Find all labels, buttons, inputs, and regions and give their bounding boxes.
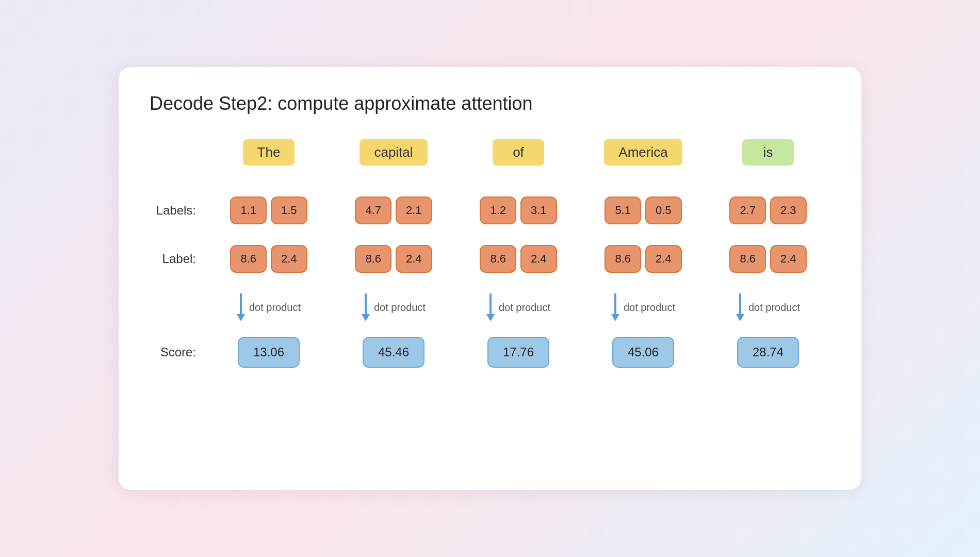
label-row-content: 8.62.48.62.48.62.48.62.48.62.4 bbox=[206, 245, 830, 273]
label-col-4: 8.62.4 bbox=[706, 245, 830, 273]
token-0: The bbox=[243, 139, 295, 166]
token-col-2: of bbox=[456, 139, 581, 166]
diagram: ThecapitalofAmericais Labels: 1.11.54.72… bbox=[150, 139, 830, 368]
dot-product-label-0: dot product bbox=[249, 302, 301, 314]
arrow-icon-0 bbox=[237, 293, 245, 321]
arrow-col-2: dot product bbox=[456, 293, 581, 321]
score-row: Score: 13.0645.4617.7645.0628.74 bbox=[150, 337, 830, 368]
tokens-row: ThecapitalofAmericais bbox=[150, 139, 830, 166]
page-title: Decode Step2: compute approximate attent… bbox=[150, 93, 830, 114]
labels-row-content: 1.11.54.72.11.23.15.10.52.72.3 bbox=[206, 196, 830, 224]
score-box-4: 28.74 bbox=[737, 337, 799, 368]
label-col-0: 8.62.4 bbox=[206, 245, 331, 273]
label-box-0-1: 2.4 bbox=[271, 245, 307, 273]
label-box-3-1: 2.4 bbox=[645, 245, 682, 273]
token-2: of bbox=[493, 139, 544, 166]
score-col-3: 45.06 bbox=[581, 337, 706, 368]
score-row-content: 13.0645.4617.7645.0628.74 bbox=[206, 337, 830, 368]
token-1: capital bbox=[360, 139, 427, 166]
token-4: is bbox=[742, 139, 794, 166]
arrow-row-content: dot productdot productdot productdot pro… bbox=[206, 293, 830, 321]
labels-box-3-1: 0.5 bbox=[645, 196, 682, 224]
labels-box-4-0: 2.7 bbox=[729, 196, 766, 224]
label-row-label: Label: bbox=[150, 252, 206, 266]
label-box-1-0: 8.6 bbox=[355, 245, 391, 273]
label-box-1-1: 2.4 bbox=[396, 245, 432, 273]
score-row-label: Score: bbox=[150, 345, 206, 359]
labels-row-label: Labels: bbox=[150, 203, 206, 218]
token-col-1: capital bbox=[331, 139, 456, 166]
label-box-2-1: 2.4 bbox=[520, 245, 557, 273]
score-col-2: 17.76 bbox=[456, 337, 581, 368]
token-3: America bbox=[604, 139, 682, 166]
score-box-3: 45.06 bbox=[612, 337, 674, 368]
label-box-0-0: 8.6 bbox=[230, 245, 267, 273]
labels-box-1-1: 2.1 bbox=[396, 196, 432, 224]
label-box-2-0: 8.6 bbox=[480, 245, 516, 273]
labels-box-4-1: 2.3 bbox=[770, 196, 807, 224]
labels-box-3-0: 5.1 bbox=[605, 196, 641, 224]
arrow-icon-1 bbox=[362, 293, 370, 321]
dot-product-label-3: dot product bbox=[624, 302, 675, 314]
token-col-0: The bbox=[206, 139, 331, 166]
arrow-icon-3 bbox=[611, 293, 619, 321]
arrow-icon-2 bbox=[486, 293, 495, 321]
labels-box-2-1: 3.1 bbox=[520, 196, 557, 224]
arrow-row: dot productdot productdot productdot pro… bbox=[150, 293, 830, 321]
labels-col-1: 4.72.1 bbox=[331, 196, 456, 224]
labels-box-2-0: 1.2 bbox=[480, 196, 516, 224]
token-col-3: America bbox=[581, 139, 706, 166]
main-card: Decode Step2: compute approximate attent… bbox=[119, 67, 861, 490]
dot-product-label-4: dot product bbox=[748, 302, 800, 314]
label-box-4-0: 8.6 bbox=[729, 245, 766, 273]
labels-row: Labels: 1.11.54.72.11.23.15.10.52.72.3 bbox=[150, 196, 830, 224]
labels-box-0-1: 1.5 bbox=[271, 196, 307, 224]
labels-box-1-0: 4.7 bbox=[355, 196, 391, 224]
label-box-3-0: 8.6 bbox=[605, 245, 641, 273]
dot-product-label-2: dot product bbox=[499, 302, 550, 314]
arrow-icon-4 bbox=[736, 293, 744, 321]
labels-col-3: 5.10.5 bbox=[581, 196, 706, 224]
token-col-4: is bbox=[706, 139, 830, 166]
score-col-0: 13.06 bbox=[206, 337, 331, 368]
label-col-2: 8.62.4 bbox=[456, 245, 581, 273]
arrow-col-1: dot product bbox=[331, 293, 456, 321]
label-col-3: 8.62.4 bbox=[581, 245, 706, 273]
arrow-col-0: dot product bbox=[206, 293, 331, 321]
score-col-1: 45.46 bbox=[331, 337, 456, 368]
score-box-2: 17.76 bbox=[487, 337, 549, 368]
labels-col-0: 1.11.5 bbox=[206, 196, 331, 224]
labels-box-0-0: 1.1 bbox=[230, 196, 267, 224]
score-box-0: 13.06 bbox=[238, 337, 300, 368]
score-col-4: 28.74 bbox=[706, 337, 830, 368]
label-box-4-1: 2.4 bbox=[770, 245, 807, 273]
score-box-1: 45.46 bbox=[363, 337, 424, 368]
arrow-col-3: dot product bbox=[581, 293, 706, 321]
label-row: Label: 8.62.48.62.48.62.48.62.48.62.4 bbox=[150, 245, 830, 273]
labels-col-4: 2.72.3 bbox=[706, 196, 830, 224]
label-col-1: 8.62.4 bbox=[331, 245, 456, 273]
dot-product-label-1: dot product bbox=[374, 302, 426, 314]
arrow-col-4: dot product bbox=[706, 293, 830, 321]
labels-col-2: 1.23.1 bbox=[456, 196, 581, 224]
